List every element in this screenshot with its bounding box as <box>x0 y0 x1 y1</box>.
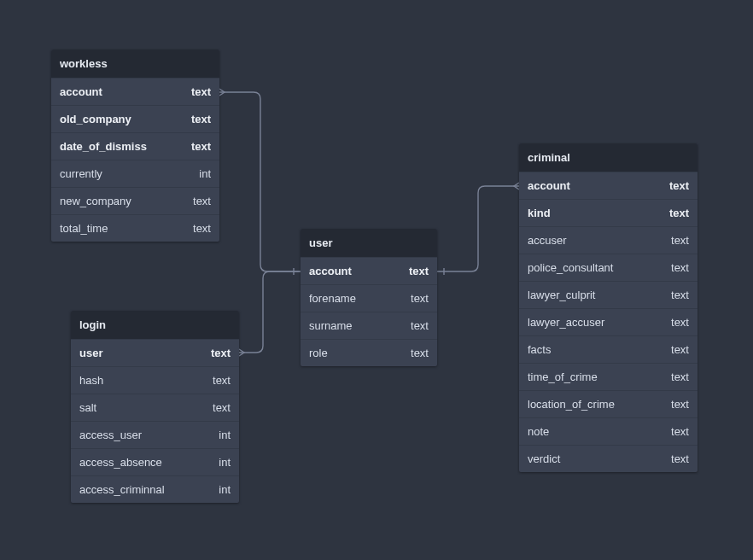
column-name: facts <box>528 343 661 356</box>
column-name: total_time <box>60 222 183 235</box>
diagram-canvas: workless account text old_company text d… <box>0 0 753 560</box>
column-type: int <box>189 167 211 180</box>
table-row[interactable]: access_absence int <box>71 448 239 475</box>
column-type: text <box>202 401 231 414</box>
column-type: text <box>659 179 689 192</box>
table-row[interactable]: lawyer_accuser text <box>519 308 698 335</box>
column-type: text <box>661 370 689 383</box>
column-name: currently <box>60 167 189 180</box>
column-type: text <box>661 398 689 411</box>
column-name: time_of_crime <box>528 370 661 383</box>
column-type: text <box>183 222 211 235</box>
table-criminal[interactable]: criminal account text kind text accuser … <box>519 143 698 472</box>
column-name: note <box>528 425 661 438</box>
connector-login-user <box>239 271 301 353</box>
table-title: criminal <box>528 151 570 164</box>
connector-user-criminal <box>437 186 519 271</box>
column-name: account <box>60 85 181 98</box>
table-row[interactable]: access_user int <box>71 421 239 448</box>
table-header[interactable]: criminal <box>519 143 698 172</box>
column-name: account <box>528 179 659 192</box>
column-name: role <box>309 347 400 359</box>
column-type: text <box>661 343 689 356</box>
column-type: text <box>661 425 689 438</box>
column-name: accuser <box>528 234 661 247</box>
column-type: text <box>661 452 689 465</box>
column-type: text <box>400 319 429 332</box>
column-name: new_company <box>60 195 183 207</box>
table-header[interactable]: user <box>301 229 437 257</box>
table-workless[interactable]: workless account text old_company text d… <box>51 50 219 242</box>
table-row[interactable]: account text <box>301 257 437 284</box>
table-row[interactable]: location_of_crime text <box>519 390 698 417</box>
column-name: lawyer_accuser <box>528 316 661 329</box>
connector-end-login <box>239 349 244 356</box>
column-name: forename <box>309 292 400 305</box>
table-row[interactable]: salt text <box>71 394 239 421</box>
table-user[interactable]: user account text forename text surname … <box>301 229 437 366</box>
connector-workless-user <box>219 92 301 271</box>
column-name: date_of_dismiss <box>60 140 181 153</box>
column-type: text <box>399 265 429 277</box>
column-name: old_company <box>60 113 181 125</box>
column-name: police_consultant <box>528 261 661 274</box>
table-row[interactable]: verdict text <box>519 445 698 472</box>
table-row[interactable]: total_time text <box>51 214 219 242</box>
table-row[interactable]: old_company text <box>51 105 219 132</box>
column-name: lawyer_culprit <box>528 289 661 301</box>
column-type: text <box>181 85 211 98</box>
column-type: int <box>208 483 231 496</box>
table-row[interactable]: account text <box>51 78 219 105</box>
table-row[interactable]: surname text <box>301 312 437 339</box>
column-type: text <box>181 113 211 125</box>
table-row[interactable]: lawyer_culprit text <box>519 281 698 308</box>
table-row[interactable]: role text <box>301 339 437 366</box>
table-row[interactable]: user text <box>71 339 239 366</box>
table-row[interactable]: currently int <box>51 160 219 187</box>
table-row[interactable]: new_company text <box>51 187 219 214</box>
column-name: verdict <box>528 452 661 465</box>
column-type: text <box>659 207 689 219</box>
column-name: user <box>79 347 201 359</box>
table-title: workless <box>60 57 108 70</box>
table-title: user <box>309 236 332 249</box>
table-row[interactable]: account text <box>519 172 698 199</box>
connector-end-workless <box>219 89 225 96</box>
column-type: int <box>208 429 231 441</box>
column-name: access_user <box>79 429 208 441</box>
table-header[interactable]: login <box>71 311 239 339</box>
table-title: login <box>79 318 106 331</box>
column-type: text <box>400 292 429 305</box>
column-name: salt <box>79 401 202 414</box>
column-type: text <box>661 234 689 247</box>
column-name: account <box>309 265 399 277</box>
column-name: hash <box>79 374 202 387</box>
column-name: surname <box>309 319 400 332</box>
column-type: text <box>202 374 231 387</box>
table-login[interactable]: login user text hash text salt text acce… <box>71 311 239 503</box>
column-type: text <box>201 347 231 359</box>
column-type: text <box>400 347 429 359</box>
table-row[interactable]: hash text <box>71 366 239 394</box>
column-type: text <box>661 289 689 301</box>
column-name: access_criminnal <box>79 483 208 496</box>
column-type: text <box>661 316 689 329</box>
table-row[interactable]: time_of_crime text <box>519 363 698 390</box>
table-header[interactable]: workless <box>51 50 219 78</box>
column-type: int <box>208 456 231 469</box>
table-row[interactable]: date_of_dismiss text <box>51 132 219 160</box>
table-row[interactable]: note text <box>519 417 698 445</box>
table-row[interactable]: accuser text <box>519 226 698 254</box>
column-type: text <box>183 195 211 207</box>
table-row[interactable]: kind text <box>519 199 698 226</box>
column-type: text <box>661 261 689 274</box>
table-row[interactable]: police_consultant text <box>519 254 698 281</box>
table-row[interactable]: access_criminnal int <box>71 475 239 503</box>
column-name: kind <box>528 207 659 219</box>
table-row[interactable]: forename text <box>301 284 437 312</box>
table-row[interactable]: facts text <box>519 335 698 363</box>
column-name: location_of_crime <box>528 398 661 411</box>
column-name: access_absence <box>79 456 208 469</box>
column-type: text <box>181 140 211 153</box>
